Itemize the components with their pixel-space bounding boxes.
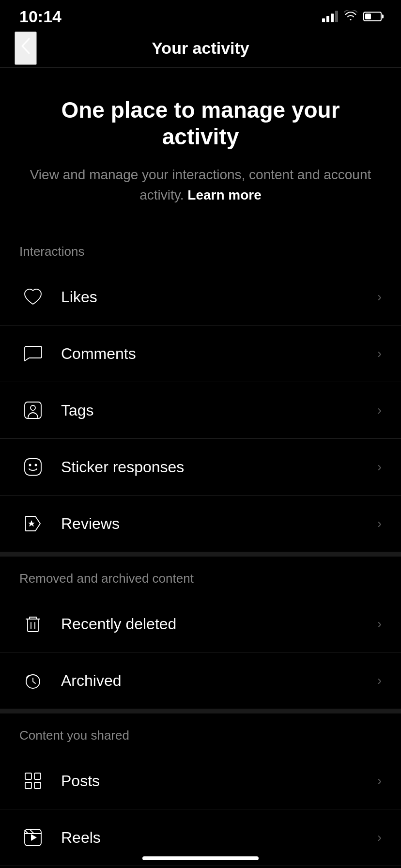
learn-more-link[interactable]: Learn more — [187, 187, 262, 202]
hero-title: One place to manage your activity — [24, 97, 377, 150]
section-header-interactions: Interactions — [0, 230, 401, 269]
section-header-removed-archived: Removed and archived content — [0, 557, 401, 596]
menu-item-reviews[interactable]: Reviews › — [0, 496, 401, 552]
chevron-right-icon: › — [377, 616, 382, 632]
likes-label: Likes — [61, 288, 377, 306]
status-bar: 10:14 — [0, 0, 401, 29]
comments-label: Comments — [61, 345, 377, 363]
svg-line-18 — [31, 830, 34, 834]
menu-item-tags[interactable]: Tags › — [0, 382, 401, 438]
grid-icon — [19, 767, 46, 794]
sticker-responses-label: Sticker responses — [61, 458, 377, 476]
chevron-right-icon: › — [377, 346, 382, 361]
menu-item-highlights[interactable]: Highlights › — [0, 866, 401, 868]
svg-rect-13 — [34, 782, 41, 789]
svg-rect-6 — [28, 619, 38, 632]
svg-rect-11 — [34, 773, 41, 779]
menu-item-comments[interactable]: Comments › — [0, 326, 401, 382]
comment-icon — [19, 340, 46, 367]
status-icons — [322, 10, 382, 23]
svg-point-3 — [29, 464, 31, 466]
chevron-right-icon: › — [377, 289, 382, 305]
tags-label: Tags — [61, 402, 377, 419]
chevron-right-icon: › — [377, 773, 382, 789]
star-tag-icon — [19, 510, 46, 537]
home-indicator — [142, 856, 259, 860]
svg-line-17 — [25, 830, 28, 834]
signal-icon — [322, 11, 338, 22]
reels-label: Reels — [61, 829, 377, 847]
nav-bar: Your activity — [0, 29, 401, 68]
battery-icon — [363, 12, 382, 21]
wifi-icon — [344, 10, 357, 23]
svg-rect-12 — [25, 782, 31, 789]
page-title: Your activity — [152, 39, 249, 58]
svg-marker-15 — [31, 834, 37, 841]
trash-icon — [19, 610, 46, 637]
hero-subtitle: View and manage your interactions, conte… — [24, 165, 377, 205]
heart-icon — [19, 283, 46, 310]
menu-item-likes[interactable]: Likes › — [0, 269, 401, 325]
back-button[interactable] — [15, 31, 37, 65]
section-header-content-shared: Content you shared — [0, 713, 401, 753]
chevron-right-icon: › — [377, 403, 382, 418]
recently-deleted-label: Recently deleted — [61, 615, 377, 633]
menu-item-recently-deleted[interactable]: Recently deleted › — [0, 596, 401, 652]
sticker-icon — [19, 453, 46, 480]
menu-item-sticker-responses[interactable]: Sticker responses › — [0, 439, 401, 495]
menu-item-archived[interactable]: Archived › — [0, 652, 401, 709]
chevron-right-icon: › — [377, 516, 382, 531]
chevron-right-icon: › — [377, 459, 382, 475]
archive-clock-icon — [19, 667, 46, 694]
tag-person-icon — [19, 397, 46, 424]
svg-point-4 — [35, 464, 37, 466]
reviews-label: Reviews — [61, 515, 377, 533]
reels-icon — [19, 824, 46, 851]
archived-label: Archived — [61, 672, 377, 690]
svg-rect-10 — [25, 773, 31, 779]
chevron-right-icon: › — [377, 673, 382, 688]
chevron-right-icon: › — [377, 830, 382, 845]
svg-point-1 — [31, 405, 35, 410]
menu-item-posts[interactable]: Posts › — [0, 753, 401, 809]
svg-marker-5 — [28, 520, 35, 527]
svg-rect-2 — [25, 459, 41, 475]
hero-section: One place to manage your activity View a… — [0, 68, 401, 230]
status-time: 10:14 — [19, 7, 62, 26]
posts-label: Posts — [61, 772, 377, 790]
